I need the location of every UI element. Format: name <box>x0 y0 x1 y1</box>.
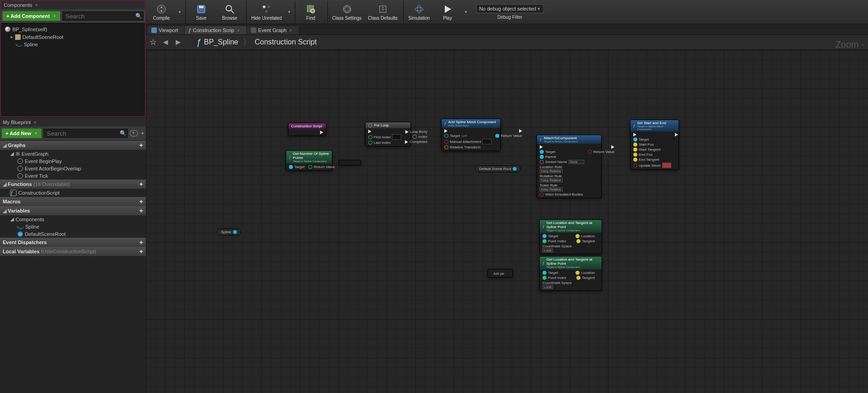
eventgraph-item[interactable]: ◢⊞EventGraph <box>0 150 146 158</box>
object-pin-icon[interactable] <box>233 230 237 234</box>
components-panel-tab[interactable]: Components × <box>1 1 145 9</box>
struct-pin-icon[interactable] <box>444 145 448 149</box>
object-pin-icon[interactable] <box>513 167 517 171</box>
int-pin-icon[interactable] <box>542 276 547 280</box>
hide-unrelated-button[interactable]: Hide Unrelated <box>249 1 284 23</box>
object-pin-icon[interactable] <box>542 234 547 238</box>
node-dsr-variable[interactable]: Default Scene Root <box>475 165 521 172</box>
breadcrumb-bp[interactable]: ƒBP_Spline <box>196 37 238 48</box>
object-pin-icon[interactable] <box>444 134 448 138</box>
node-subtract[interactable] <box>338 160 361 165</box>
exec-pin-icon[interactable] <box>675 133 678 136</box>
event-tick[interactable]: Event Tick <box>0 172 146 180</box>
vector-pin-icon[interactable] <box>633 158 637 162</box>
plus-icon[interactable]: + <box>139 207 143 214</box>
section-localvars[interactable]: Local Variables (UserConstructionScript)… <box>0 247 146 256</box>
object-pin-icon[interactable] <box>540 155 544 159</box>
bool-pin-icon[interactable] <box>633 164 637 168</box>
node-spline-variable[interactable]: Spline <box>217 229 241 235</box>
vector-pin-icon[interactable] <box>576 239 581 243</box>
object-pin-icon[interactable] <box>495 134 499 138</box>
plus-icon[interactable]: + <box>139 248 143 255</box>
class-defaults-button[interactable]: Class Defaults <box>366 1 399 23</box>
view-options-icon[interactable] <box>130 130 138 136</box>
compile-button[interactable]: Compile <box>149 1 174 23</box>
select-coord-space[interactable]: Local <box>542 285 553 289</box>
add-new-button[interactable]: + Add New ▼ <box>1 128 42 138</box>
exec-pin-icon[interactable] <box>540 145 543 149</box>
chevron-down-icon[interactable]: ▼ <box>287 10 291 14</box>
close-icon[interactable]: × <box>288 27 293 33</box>
exec-pin-icon[interactable] <box>405 130 409 134</box>
object-pin-icon[interactable] <box>633 137 637 142</box>
section-macros[interactable]: Macros+ <box>0 197 146 206</box>
node-add-spline-mesh[interactable]: ƒAdd Spline Mesh ComponentAdds Static Ac… <box>441 119 501 151</box>
node-graph-canvas[interactable]: Construction Script ◯For Loop First Inde… <box>146 50 868 393</box>
browse-button[interactable]: Browse <box>217 1 243 23</box>
var-dsr-item[interactable]: DefaultSceneRoot <box>0 230 146 238</box>
int-pin-icon[interactable] <box>308 165 312 169</box>
component-search-input[interactable] <box>62 11 144 21</box>
node-get-loc-tangent-2[interactable]: ƒGet Location and Tangent at Spline Poin… <box>539 256 602 291</box>
socket-value[interactable]: None <box>569 160 584 164</box>
node-get-num-spline-points[interactable]: ƒGet Number Of Spline PointsTarget is Sp… <box>286 150 332 171</box>
myblueprint-search-input[interactable] <box>44 129 128 138</box>
exec-pin-icon[interactable] <box>519 129 522 133</box>
breadcrumb-cs[interactable]: Construction Script <box>255 38 317 46</box>
int-pin-icon[interactable] <box>368 141 372 145</box>
object-pin-icon[interactable] <box>540 150 544 154</box>
tab-eventgraph[interactable]: Event Graph× <box>247 26 299 34</box>
event-beginplay[interactable]: Event BeginPlay <box>0 158 146 165</box>
plus-icon[interactable]: + <box>139 239 143 246</box>
bool-pin-icon[interactable] <box>540 192 544 196</box>
exec-pin-icon[interactable] <box>368 130 371 133</box>
bool-pin-icon[interactable] <box>444 140 448 144</box>
select-location-rule[interactable]: Keep Relative <box>540 169 563 173</box>
node-construction-script[interactable]: Construction Script <box>288 123 326 136</box>
simulation-button[interactable]: Simulation <box>406 1 432 23</box>
back-icon[interactable]: ◄ <box>161 38 170 47</box>
chevron-down-icon[interactable]: ▼ <box>178 10 182 14</box>
var-spline-item[interactable]: Spline <box>0 223 146 230</box>
favorite-icon[interactable]: ☆ <box>149 37 157 47</box>
plus-icon[interactable]: + <box>139 180 143 188</box>
save-button[interactable]: Save <box>188 1 214 23</box>
exec-pin-icon[interactable] <box>633 133 636 136</box>
select-coord-space[interactable]: Local <box>542 248 553 252</box>
select-scale-rule[interactable]: Keep Relative <box>540 187 563 191</box>
plus-icon[interactable]: + <box>139 198 143 205</box>
vector-pin-icon[interactable] <box>575 234 580 238</box>
plus-icon[interactable]: + <box>139 142 143 149</box>
comp-tree-defaultsceneroot[interactable]: ▸DefaultSceneRoot <box>2 33 144 41</box>
add-pin-label[interactable]: Add pin <box>493 272 504 275</box>
exec-pin-icon[interactable] <box>611 145 614 149</box>
var-components-item[interactable]: ◢Components <box>0 215 146 223</box>
close-icon[interactable]: × <box>35 2 38 8</box>
node-set-start-end[interactable]: ƒSet Start and EndTarget is Spline Mesh … <box>630 120 679 170</box>
play-button[interactable]: Play <box>435 1 460 23</box>
object-pin-icon[interactable] <box>542 271 547 275</box>
close-icon[interactable]: × <box>236 27 241 33</box>
node-get-loc-tangent-1[interactable]: ƒGet Location and Tangent at Spline Poin… <box>539 219 602 254</box>
section-dispatchers[interactable]: Event Dispatchers+ <box>0 238 146 247</box>
comp-tree-spline[interactable]: Spline <box>2 41 144 48</box>
class-settings-button[interactable]: Class Settings <box>331 1 364 23</box>
tab-viewport[interactable]: Viewport <box>148 26 184 34</box>
exec-pin-icon[interactable] <box>320 131 323 134</box>
forward-icon[interactable]: ► <box>174 38 182 47</box>
constructionscript-item[interactable]: ƒConstructionScript <box>0 189 146 197</box>
myblueprint-panel-tab[interactable]: My Blueprint × <box>0 118 146 126</box>
node-for-loop[interactable]: ◯For Loop First Index Last Index Loop Bo… <box>365 122 411 147</box>
int-pin-icon[interactable] <box>542 239 547 243</box>
debug-object-select[interactable]: No debug object selected▼ <box>476 4 544 13</box>
vector-pin-icon[interactable] <box>633 147 637 152</box>
node-attach-to-component[interactable]: ƒAttachToComponentTarget is Scene Compon… <box>536 135 602 198</box>
select-rotation-rule[interactable]: Keep Relative <box>540 178 563 182</box>
section-functions[interactable]: ◢ Functions (18 Overridable)+ <box>0 180 146 189</box>
section-variables[interactable]: ◢ Variables+ <box>0 206 146 215</box>
exec-pin-icon[interactable] <box>405 140 408 144</box>
name-pin-icon[interactable] <box>540 160 544 164</box>
section-graphs[interactable]: ◢ Graphs+ <box>0 141 146 150</box>
tab-construction[interactable]: ƒConstruction Scrip× <box>185 26 246 34</box>
vector-pin-icon[interactable] <box>576 276 581 280</box>
